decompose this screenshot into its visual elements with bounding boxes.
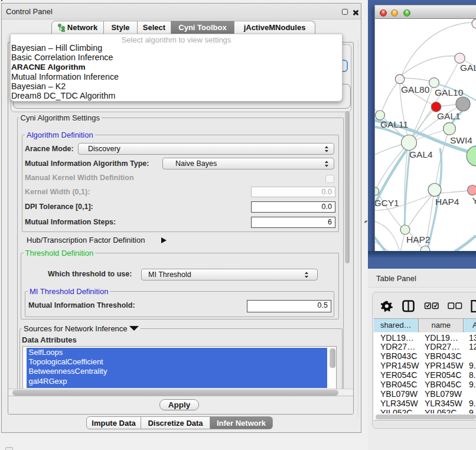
svg-text:SWI4: SWI4 [450, 135, 472, 145]
svg-text:GAL11: GAL11 [380, 119, 408, 129]
svg-text:GAL80: GAL80 [401, 84, 430, 94]
svg-text:GAL4: GAL4 [409, 149, 433, 159]
svg-text:YJ: YJ [472, 195, 476, 206]
svg-text:HAP4: HAP4 [435, 197, 459, 207]
svg-text:GAL1: GAL1 [437, 111, 461, 121]
svg-text:HAP2: HAP2 [406, 234, 431, 244]
svg-text:GAL10: GAL10 [435, 87, 464, 97]
svg-text:GCY1: GCY1 [375, 198, 399, 208]
svg-text:GAL2: GAL2 [460, 63, 476, 73]
